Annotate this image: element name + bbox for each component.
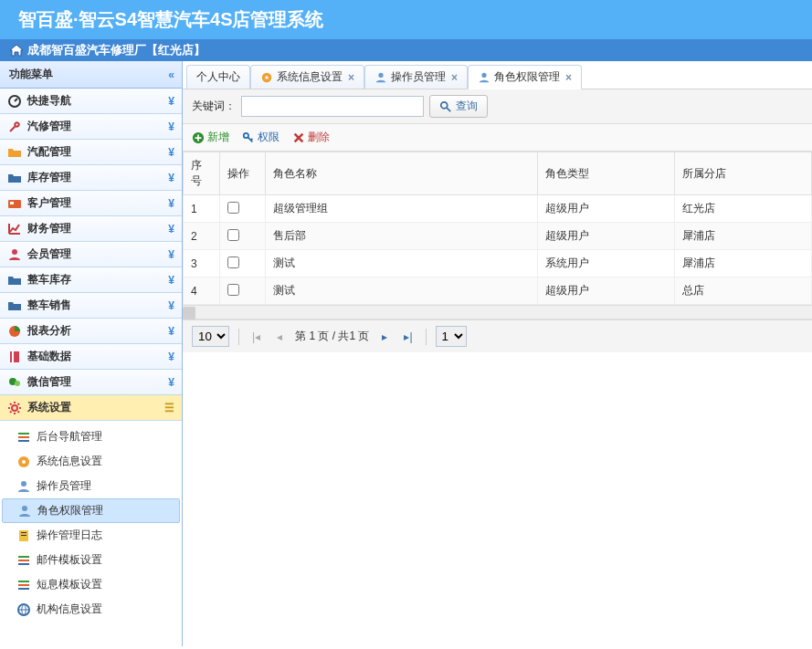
svg-rect-6 <box>12 351 14 362</box>
col-type: 角色类型 <box>538 152 675 195</box>
row-checkbox[interactable] <box>227 284 239 296</box>
chart-icon <box>7 222 22 236</box>
collapse-icon[interactable]: « <box>168 68 173 81</box>
table-row[interactable]: 1 超级管理组 超级用户 红光店 <box>184 195 812 223</box>
org-name: 成都智百盛汽车修理厂【红光店】 <box>27 42 206 58</box>
globe-icon <box>16 602 31 617</box>
expand-icon: ¥ <box>168 146 174 159</box>
user-icon <box>374 71 387 84</box>
user-icon <box>16 479 31 494</box>
col-branch: 所属分店 <box>675 152 812 195</box>
cross-icon <box>292 131 305 144</box>
sub-sms-tpl[interactable]: 短息模板设置 <box>0 572 182 597</box>
table-row[interactable]: 2 售后部 超级用户 犀浦店 <box>184 223 812 250</box>
svg-point-31 <box>441 101 448 108</box>
key-icon <box>242 131 255 144</box>
prev-page-button[interactable]: ◂ <box>273 330 286 343</box>
sub-nav-manage[interactable]: 后台导航管理 <box>0 424 182 449</box>
menu-report[interactable]: 报表分析 ¥ <box>0 319 182 344</box>
expand-icon: ¥ <box>168 299 174 312</box>
menu-quicknav[interactable]: 快捷导航 ¥ <box>0 89 182 114</box>
expand-icon: ¥ <box>168 223 174 236</box>
h-scrollbar[interactable] <box>183 305 812 319</box>
settings-submenu: 后台导航管理 系统信息设置 操作员管理 角色权限管理 操作管理日志 邮件模板设置 <box>0 421 182 625</box>
table-row[interactable]: 3 测试 系统用户 犀浦店 <box>184 250 812 277</box>
close-icon[interactable]: × <box>451 71 458 84</box>
svg-rect-25 <box>18 588 29 590</box>
expand-icon: ¥ <box>168 95 174 108</box>
app-header: 智百盛·智云S4智慧汽车4S店管理系统 <box>0 0 812 39</box>
book-icon <box>7 350 22 364</box>
add-button[interactable]: 新增 <box>192 130 229 145</box>
folder-icon <box>7 145 22 160</box>
svg-point-15 <box>21 481 26 487</box>
list-icon <box>16 553 31 568</box>
gear-icon <box>7 401 22 415</box>
svg-point-9 <box>12 405 17 411</box>
search-bar: 关键词： 查询 <box>183 89 812 124</box>
next-page-button[interactable]: ▸ <box>378 330 391 343</box>
last-page-button[interactable]: ▸| <box>400 330 416 343</box>
close-icon[interactable]: × <box>565 71 572 84</box>
tab-profile[interactable]: 个人中心 <box>186 65 250 89</box>
menu-parts[interactable]: 汽配管理 ¥ <box>0 140 182 165</box>
sub-operator[interactable]: 操作员管理 <box>0 474 182 498</box>
col-op: 操作 <box>220 152 266 195</box>
svg-point-29 <box>378 72 383 77</box>
menu-stock[interactable]: 库存管理 ¥ <box>0 165 182 191</box>
svg-point-3 <box>12 249 17 255</box>
svg-point-8 <box>15 381 20 386</box>
menu-wechat[interactable]: 微信管理 ¥ <box>0 370 182 395</box>
col-name: 角色名称 <box>266 152 538 195</box>
table-row[interactable]: 4 测试 超级用户 总店 <box>184 277 812 305</box>
svg-point-14 <box>22 460 26 464</box>
col-seq: 序号 <box>184 152 220 195</box>
svg-rect-2 <box>10 202 14 204</box>
delete-button[interactable]: 删除 <box>292 130 330 145</box>
gear-orange-icon <box>16 455 31 469</box>
sub-mail-tpl[interactable]: 邮件模板设置 <box>0 548 182 572</box>
menu-member[interactable]: 会员管理 ¥ <box>0 242 182 267</box>
first-page-button[interactable]: |◂ <box>248 330 264 343</box>
user-icon <box>7 247 22 262</box>
row-checkbox[interactable] <box>227 202 239 214</box>
svg-point-30 <box>481 72 486 77</box>
sub-sysinfo[interactable]: 系统信息设置 <box>0 449 182 474</box>
wrench-icon <box>7 120 22 134</box>
tab-sysinfo[interactable]: 系统信息设置 × <box>250 65 364 89</box>
expand-icon: ¥ <box>168 376 174 389</box>
page-size-select[interactable]: 10 <box>192 326 229 347</box>
page-jump-select[interactable]: 1 <box>436 326 467 347</box>
pager: 10 |◂ ◂ 第 1 页 / 共1 页 ▸ ▸| 1 <box>183 319 812 352</box>
menu-settings[interactable]: 系统设置 ☰ <box>0 395 182 421</box>
perm-button[interactable]: 权限 <box>242 130 279 145</box>
sub-oplog[interactable]: 操作管理日志 <box>0 523 182 548</box>
row-checkbox[interactable] <box>227 256 239 268</box>
keyword-input[interactable] <box>241 96 424 117</box>
log-icon <box>16 529 31 543</box>
menu-customer[interactable]: 客户管理 ¥ <box>0 191 182 216</box>
svg-rect-24 <box>18 584 29 586</box>
role-table: 序号 操作 角色名称 角色类型 所属分店 1 超级管理组 超级用户 红光店 2 <box>183 152 812 305</box>
expand-icon: ¥ <box>168 248 174 261</box>
row-checkbox[interactable] <box>227 229 239 241</box>
sub-role-perm[interactable]: 角色权限管理 <box>2 498 180 523</box>
menu-finance[interactable]: 财务管理 ¥ <box>0 216 182 242</box>
menu-basedata[interactable]: 基础数据 ¥ <box>0 344 182 370</box>
menu-repair[interactable]: 汽修管理 ¥ <box>0 114 182 140</box>
sub-orginfo[interactable]: 机构信息设置 <box>0 597 182 622</box>
svg-rect-20 <box>18 556 29 558</box>
menu-carstock[interactable]: 整车库存 ¥ <box>0 267 182 293</box>
menu-carsale[interactable]: 整车销售 ¥ <box>0 293 182 319</box>
close-icon[interactable]: × <box>348 71 354 84</box>
list-icon <box>16 578 31 592</box>
tab-role-perm[interactable]: 角色权限管理 × <box>468 65 582 89</box>
tab-operator[interactable]: 操作员管理 × <box>364 65 468 89</box>
page-info: 第 1 页 / 共1 页 <box>295 329 369 344</box>
keyword-label: 关键词： <box>192 99 236 114</box>
svg-rect-12 <box>18 440 29 442</box>
home-icon <box>9 44 24 57</box>
svg-rect-10 <box>18 433 29 434</box>
search-button[interactable]: 查询 <box>429 95 488 118</box>
svg-rect-21 <box>18 560 29 561</box>
